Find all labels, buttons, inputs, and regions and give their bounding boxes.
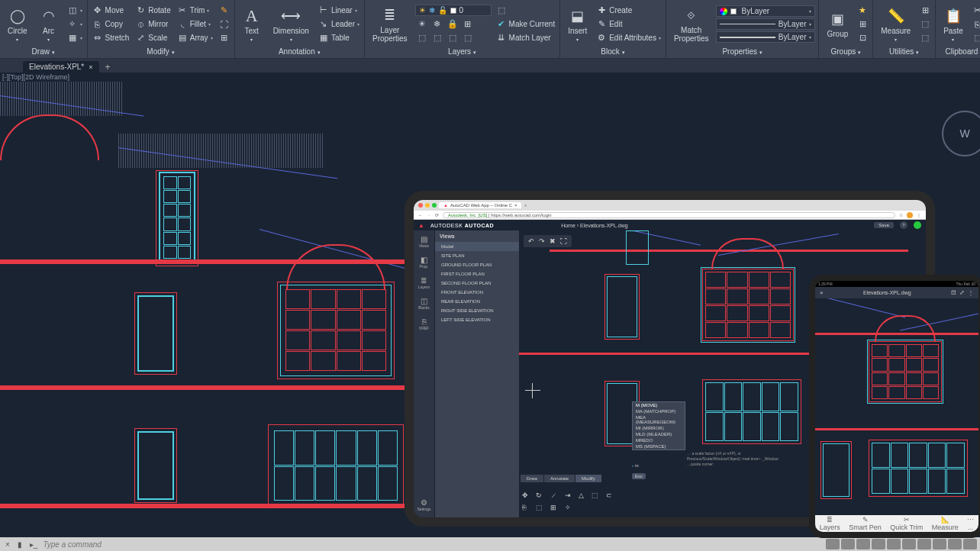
view-item[interactable]: SECOND FLOOR PLAN [435, 279, 519, 288]
tablet-tool[interactable]: ✎Smart Pen [849, 516, 882, 531]
tool-offset-icon[interactable]: ⇥ [565, 491, 571, 499]
linear-button[interactable]: ⊢Linear▾ [317, 5, 361, 17]
rail-prop[interactable]: ◧Prop. [420, 256, 429, 269]
fit-icon[interactable]: ⛶ [560, 237, 567, 245]
browser-new-tab[interactable]: + [524, 203, 527, 208]
edit-block-button[interactable]: ✎Edit [595, 18, 662, 31]
modify-sub2[interactable]: ⛶ [218, 18, 231, 31]
linetype-dropdown[interactable]: ByLayer▾ [716, 18, 815, 30]
tablet-action1-icon[interactable]: ⊡ [951, 289, 956, 296]
dimension-button[interactable]: ⟷Dimension▾ [269, 5, 314, 44]
tool-trim-icon[interactable]: ⟋ [550, 491, 557, 499]
edit-attributes-button[interactable]: ⚙Edit Attributes▾ [595, 32, 662, 44]
command-input[interactable] [43, 540, 241, 549]
layer-mini-9[interactable]: ⬚ [495, 5, 557, 17]
view-item[interactable]: RIGHT SIDE ELEVATION [435, 306, 519, 315]
trim-button[interactable]: ✂Trim▾ [176, 5, 214, 17]
stretch-button[interactable]: ⇔Stretch [91, 32, 131, 44]
mirror-button[interactable]: ⦶Mirror [134, 18, 172, 31]
browser-star-icon[interactable]: ☆ [899, 212, 903, 218]
rail-layers[interactable]: ≣Layers [418, 276, 430, 289]
layer-mini-4[interactable]: ⊞ [463, 18, 473, 29]
layer-mini-3[interactable]: 🔒 [447, 18, 458, 29]
filetab-active[interactable]: Elevations-XPL*× [23, 61, 99, 72]
group-sub3[interactable]: ⊡ [856, 32, 869, 44]
close-tab-icon[interactable]: × [89, 63, 92, 71]
clip-sub2[interactable]: ⎘ [971, 18, 980, 31]
array-button[interactable]: ▤Array▾ [176, 32, 214, 44]
insert-button[interactable]: ⬓Insert▾ [563, 5, 592, 44]
arc-button[interactable]: ◠Arc▾ [35, 5, 63, 44]
tool-copy-icon[interactable]: ⎘ [522, 504, 528, 511]
rail-views[interactable]: ▤Views [419, 235, 429, 248]
layer-mini-8[interactable]: ⬚ [463, 32, 473, 43]
rotate-button[interactable]: ↻Rotate [134, 5, 172, 17]
rail-blocks[interactable]: ◫Blocks [418, 297, 430, 310]
ac-item[interactable]: MREDO [633, 437, 685, 443]
window-min-icon[interactable] [425, 203, 430, 208]
tablet-close-icon[interactable]: × [820, 289, 824, 296]
view-item[interactable]: Model [435, 242, 519, 251]
browser-tab-close[interactable]: × [514, 203, 517, 208]
ac-item[interactable]: MLD (MLEADER) [633, 431, 685, 437]
scale-button[interactable]: ⤢Scale [134, 32, 172, 44]
esc-button[interactable]: Esc [632, 473, 646, 479]
tool-stretch-icon[interactable]: ⬚ [536, 504, 543, 511]
tablet-tool[interactable]: ✂Quick Trim [890, 516, 923, 531]
tool-rotate-icon[interactable]: ↻ [536, 491, 543, 499]
tab-modify[interactable]: Modify [575, 475, 601, 482]
tool-move-icon[interactable]: ✥ [522, 491, 528, 499]
browser-user-icon[interactable] [907, 212, 913, 218]
browser-url-field[interactable]: Autodesk, Inc. [US] | https://web.autoca… [443, 212, 895, 218]
match-properties-button[interactable]: ⟐Match Properties [669, 5, 714, 44]
tool-explode-icon[interactable]: ✧ [565, 504, 571, 511]
cmd-close-icon[interactable]: × [3, 540, 12, 549]
group-sub1[interactable]: ★ [856, 5, 869, 17]
layer-mini-6[interactable]: ⬚ [432, 32, 443, 43]
browser-fwd-icon[interactable]: → [427, 213, 431, 218]
layer-mini-1[interactable]: ☀ [417, 18, 427, 29]
draw-sub2[interactable]: ✧▾ [66, 18, 84, 31]
tablet-action2-icon[interactable]: ⤢ [959, 289, 965, 296]
tab-draw[interactable]: Draw [521, 475, 543, 482]
tool-array-icon[interactable]: ⊞ [550, 504, 557, 511]
tablet-canvas[interactable] [815, 298, 978, 519]
create-block-button[interactable]: ✚Create [595, 5, 662, 17]
layer-dropdown[interactable]: ☀❄🔓0 [415, 5, 492, 16]
cmd-handle-icon[interactable]: ▮ [15, 540, 24, 549]
rail-settings[interactable]: ⚙Settings [417, 498, 430, 511]
ac-item[interactable]: MA (MATCHPROP) [633, 408, 685, 414]
window-max-icon[interactable] [432, 203, 437, 208]
view-item[interactable]: GROUND FLOOR PLAN [435, 260, 519, 269]
group-sub2[interactable]: ⊞ [856, 18, 869, 31]
view-item[interactable]: REAR ELEVATION [435, 297, 519, 306]
status-toggles[interactable] [826, 539, 977, 549]
util-sub3[interactable]: ⬚ [918, 32, 932, 44]
copy-button[interactable]: ⎘Copy [91, 18, 131, 31]
view-item[interactable]: FRONT ELEVATION [435, 288, 519, 297]
layer-mini-2[interactable]: ❄ [432, 18, 443, 29]
tool-fillet-icon[interactable]: ⊂ [606, 491, 612, 499]
layer-mini-5[interactable]: ⬚ [417, 32, 427, 43]
move-button[interactable]: ✥Move [91, 5, 131, 17]
view-item[interactable]: SITE PLAN [435, 251, 519, 260]
match-layer-button[interactable]: ⇊Match Layer [495, 32, 557, 44]
redo-icon[interactable]: ↷ [539, 237, 545, 245]
view-item[interactable]: FIRST FLOOR PLAN [435, 269, 519, 279]
text-button[interactable]: AText▾ [238, 5, 266, 44]
undo-icon[interactable]: ↶ [528, 237, 534, 245]
breadcrumb[interactable]: Home › Elevations-XPL.dwg [561, 223, 628, 228]
add-tab-button[interactable]: + [99, 62, 117, 72]
draw-sub1[interactable]: ◫▾ [66, 5, 84, 17]
help-icon[interactable]: ? [900, 221, 907, 229]
clip-sub3[interactable]: ⬚ [971, 32, 980, 44]
modify-sub3[interactable]: ⊞ [218, 32, 231, 44]
circle-button[interactable]: ◯Circle▾ [3, 5, 32, 44]
leader-button[interactable]: ↘Leader▾ [317, 18, 361, 31]
tool-scale-icon[interactable]: ⬚ [592, 491, 598, 499]
erase-icon[interactable]: ✖ [550, 237, 556, 245]
cmd-prompt-icon[interactable]: ▸_ [27, 540, 40, 549]
tablet-tool[interactable]: ⋯... [967, 516, 974, 531]
color-dropdown[interactable]: ByLayer▾ [716, 5, 815, 17]
browser-back-icon[interactable]: ← [418, 213, 423, 218]
